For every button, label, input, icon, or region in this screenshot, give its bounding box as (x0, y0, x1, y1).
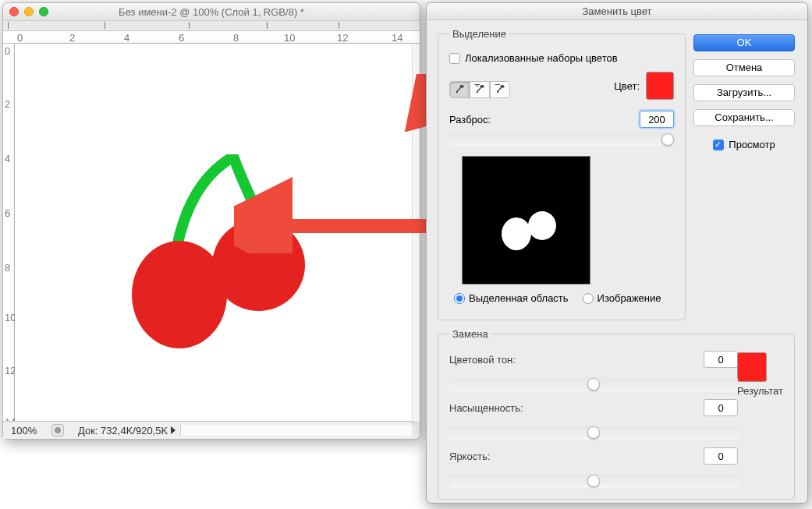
load-button[interactable]: Загрузить... (693, 84, 795, 101)
doc-size-info: Док: 732,4K/920,5K (64, 425, 168, 437)
canvas[interactable] (15, 44, 412, 421)
document-window: Без имени-2 @ 100% (Слой 1, RGB/8) * 024… (2, 2, 420, 440)
eyedropper-plus-icon[interactable]: + (470, 81, 490, 98)
ruler-horizontal: 024 6810 1214 (3, 31, 420, 44)
eyedropper-minus-icon[interactable]: − (490, 81, 510, 98)
selection-legend: Выделение (449, 28, 509, 40)
cherry-left (132, 241, 227, 348)
hue-input[interactable] (704, 351, 738, 368)
preview-label: Просмотр (729, 139, 775, 150)
selection-preview[interactable] (462, 156, 590, 285)
dialog-buttons: OK Отмена Загрузить... Сохранить... Прос… (693, 34, 795, 155)
radio-image[interactable] (583, 293, 594, 304)
result-label: Результат (737, 385, 783, 397)
doc-titlebar[interactable]: Без имени-2 @ 100% (Слой 1, RGB/8) * (3, 3, 420, 21)
close-icon[interactable] (9, 7, 19, 16)
fuzziness-slider[interactable] (449, 133, 674, 147)
color-label: Цвет: (614, 80, 640, 92)
ruler-vertical: 024 6810 1214 (3, 44, 15, 421)
zoom-level[interactable]: 100% (3, 425, 48, 437)
save-button[interactable]: Сохранить... (693, 109, 795, 126)
radio-selection-label: Выделенная область (469, 292, 569, 304)
info-arrow-icon[interactable] (171, 426, 176, 434)
result-swatch-group: Результат (737, 352, 783, 397)
saturation-label: Насыщенность: (449, 402, 535, 414)
source-color-swatch[interactable] (646, 72, 674, 100)
replace-legend: Замена (449, 328, 491, 340)
selection-group: Выделение Локализованные наборы цветов +… (438, 28, 686, 320)
lightness-input[interactable] (704, 447, 738, 465)
localized-label: Локализованные наборы цветов (465, 52, 618, 64)
scrollbar-horizontal[interactable] (180, 425, 412, 436)
doc-title: Без имени-2 @ 100% (Слой 1, RGB/8) * (119, 6, 304, 18)
lightness-label: Яркость: (449, 451, 535, 462)
radio-image-label: Изображение (597, 292, 661, 304)
minimize-icon[interactable] (24, 7, 34, 16)
replace-group: Замена Результат Цветовой тон: Насыщенно… (438, 328, 795, 500)
eyedropper-icon[interactable] (449, 81, 470, 98)
fuzziness-label: Разброс: (449, 114, 491, 125)
cancel-button[interactable]: Отмена (693, 59, 795, 76)
result-color-swatch[interactable] (737, 352, 767, 382)
maximize-icon[interactable] (39, 7, 48, 16)
localized-checkbox[interactable] (449, 53, 460, 64)
dialog-title[interactable]: Заменить цвет (427, 3, 807, 20)
saturation-slider[interactable] (449, 426, 738, 440)
hue-label: Цветовой тон: (449, 354, 535, 366)
hue-slider[interactable] (449, 377, 738, 391)
radio-selection[interactable] (454, 293, 465, 304)
scrollbar-vertical[interactable] (412, 44, 420, 421)
svg-text:+: + (474, 84, 480, 90)
status-bar: 100% Док: 732,4K/920,5K (3, 421, 412, 439)
preview-checkbox[interactable] (713, 140, 724, 150)
eyedropper-tools: + − (449, 81, 510, 98)
ok-button[interactable]: OK (693, 34, 795, 51)
saturation-input[interactable] (704, 399, 738, 416)
fuzziness-input[interactable] (640, 111, 674, 128)
window-controls (9, 7, 48, 16)
tab-strip (3, 21, 420, 31)
svg-text:−: − (495, 84, 501, 90)
status-icon[interactable] (51, 424, 64, 437)
replace-color-dialog: Заменить цвет OK Отмена Загрузить... Сох… (426, 2, 808, 504)
lightness-slider[interactable] (449, 474, 738, 488)
